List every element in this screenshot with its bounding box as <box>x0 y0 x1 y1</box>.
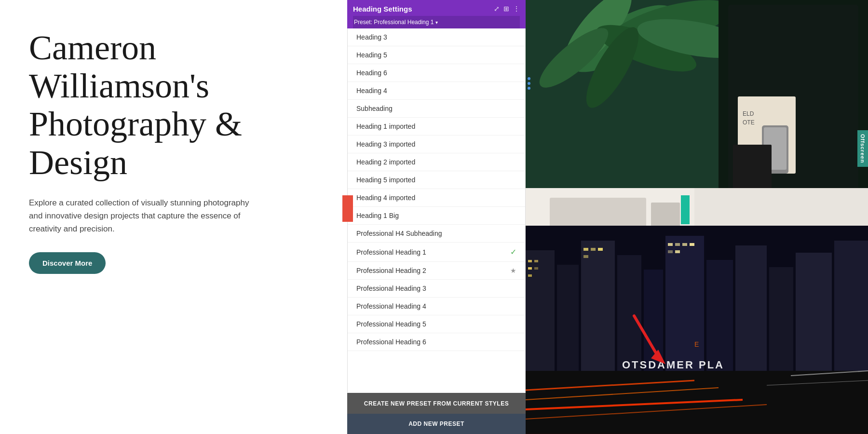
dropdown-item-label-17: Professional Heading 6 <box>356 338 426 346</box>
discover-more-button[interactable]: Discover More <box>29 252 106 274</box>
red-accent-bar <box>342 195 353 222</box>
more-options-icon[interactable]: ⋮ <box>513 5 520 13</box>
dropdown-item-label-0: Heading 3 <box>356 33 387 41</box>
svg-rect-42 <box>675 243 680 246</box>
svg-text:OTSDAMER PLA: OTSDAMER PLA <box>622 359 724 371</box>
panel-title-icons: ⤢ ⊞ ⋮ <box>494 5 520 13</box>
create-preset-button[interactable]: CREATE NEW PRESET FROM CURRENT STYLES <box>347 393 526 414</box>
preview-body: Explore a curated collection of visually… <box>29 196 251 236</box>
star-icon-13: ★ <box>510 267 516 274</box>
dropdown-item-17[interactable]: Professional Heading 6 <box>348 333 525 351</box>
dropdown-item-label-9: Heading 4 imported <box>356 194 415 202</box>
svg-text:ELD: ELD <box>743 110 754 117</box>
panel-header: Heading Settings ⤢ ⊞ ⋮ Preset: Professio… <box>347 0 526 28</box>
dropdown-item-5[interactable]: Heading 1 imported <box>348 118 525 136</box>
svg-rect-46 <box>675 250 680 253</box>
blue-dot-2 <box>528 82 530 85</box>
svg-rect-41 <box>668 243 673 246</box>
teal-accent-bar <box>681 195 690 224</box>
dropdown-item-label-5: Heading 1 imported <box>356 122 415 130</box>
dropdown-item-label-8: Heading 5 imported <box>356 176 415 184</box>
svg-rect-45 <box>668 250 673 253</box>
svg-rect-40 <box>583 255 588 258</box>
dropdown-item-label-14: Professional Heading 3 <box>356 285 426 292</box>
photo-bottom: OTSDAMER PLA E <box>526 226 868 434</box>
dropdown-item-label-1: Heading 5 <box>356 51 387 59</box>
photo-section: Offscreen ELD OTE <box>526 0 868 434</box>
dropdown-item-8[interactable]: Heading 5 imported <box>348 171 525 189</box>
dropdown-item-2[interactable]: Heading 6 <box>348 64 525 82</box>
svg-rect-36 <box>528 274 532 277</box>
dropdown-item-10[interactable]: Heading 1 Big <box>348 207 525 225</box>
panel-title-row: Heading Settings ⤢ ⊞ ⋮ <box>353 5 520 13</box>
panel-footer: CREATE NEW PRESET FROM CURRENT STYLES AD… <box>347 393 526 434</box>
svg-rect-33 <box>534 260 538 262</box>
dropdown-item-label-4: Subheading <box>356 105 393 112</box>
dropdown-item-1[interactable]: Heading 5 <box>348 46 525 64</box>
dropdown-item-0[interactable]: Heading 3 <box>348 28 525 46</box>
svg-text:OTE: OTE <box>743 119 755 126</box>
dropdown-item-3[interactable]: Heading 4 <box>348 82 525 100</box>
dropdown-item-label-2: Heading 6 <box>356 69 387 77</box>
dropdown-item-label-7: Heading 2 imported <box>356 158 415 166</box>
dropdown-item-label-13: Professional Heading 2 <box>356 267 426 274</box>
dropdown-item-label-12: Professional Heading 1 <box>356 248 426 256</box>
dropdown-item-6[interactable]: Heading 3 imported <box>348 136 525 153</box>
dropdown-item-4[interactable]: Subheading <box>348 100 525 118</box>
blue-dot-1 <box>528 77 530 80</box>
dropdown-item-label-11: Professional H4 Subheading <box>356 230 442 237</box>
dropdown-item-12[interactable]: Professional Heading 1✓ <box>348 243 525 262</box>
dropdown-item-label-3: Heading 4 <box>356 87 387 95</box>
dropdown-item-14[interactable]: Professional Heading 3 <box>348 280 525 298</box>
website-preview: Cameron Williamson's Photography & Desig… <box>0 0 347 434</box>
heading-settings-panel: Heading Settings ⤢ ⊞ ⋮ Preset: Professio… <box>347 0 526 434</box>
svg-rect-43 <box>682 243 687 246</box>
svg-text:E: E <box>694 340 699 348</box>
svg-rect-44 <box>690 243 694 246</box>
preset-dropdown-arrow-icon: ▾ <box>435 20 438 25</box>
svg-rect-32 <box>528 260 532 262</box>
blue-dots-decoration <box>528 77 530 90</box>
offscreen-badge: Offscreen <box>857 130 868 167</box>
dropdown-item-label-6: Heading 3 imported <box>356 140 415 148</box>
check-icon-12: ✓ <box>510 247 516 257</box>
dropdown-item-13[interactable]: Professional Heading 2★ <box>348 262 525 280</box>
dropdown-item-label-16: Professional Heading 5 <box>356 320 426 328</box>
blue-dot-3 <box>528 87 530 90</box>
layout-icon[interactable]: ⊞ <box>503 5 509 13</box>
svg-rect-38 <box>591 248 596 251</box>
add-preset-button[interactable]: ADD NEW PRESET <box>347 414 526 434</box>
dropdown-item-11[interactable]: Professional H4 Subheading <box>348 225 525 243</box>
preset-label: Preset: Professional Heading 1 <box>354 19 434 26</box>
dropdown-item-16[interactable]: Professional Heading 5 <box>348 315 525 333</box>
svg-rect-37 <box>583 248 588 251</box>
panel-preset-row[interactable]: Preset: Professional Heading 1 ▾ <box>353 16 520 28</box>
svg-rect-34 <box>528 267 532 270</box>
dropdown-item-15[interactable]: Professional Heading 4 <box>348 298 525 315</box>
resize-icon[interactable]: ⤢ <box>494 5 500 13</box>
preview-heading: Cameron Williamson's Photography & Desig… <box>29 29 323 182</box>
panel-title: Heading Settings <box>353 5 412 13</box>
dropdown-item-label-10: Heading 1 Big <box>356 212 399 219</box>
svg-rect-39 <box>598 248 603 251</box>
preset-dropdown-list: Heading 3Heading 5Heading 6Heading 4Subh… <box>347 28 526 393</box>
dropdown-item-9[interactable]: Heading 4 imported <box>348 189 525 207</box>
dropdown-item-label-15: Professional Heading 4 <box>356 302 426 310</box>
svg-rect-35 <box>534 267 538 270</box>
dropdown-item-7[interactable]: Heading 2 imported <box>348 153 525 171</box>
svg-rect-15 <box>733 145 772 193</box>
